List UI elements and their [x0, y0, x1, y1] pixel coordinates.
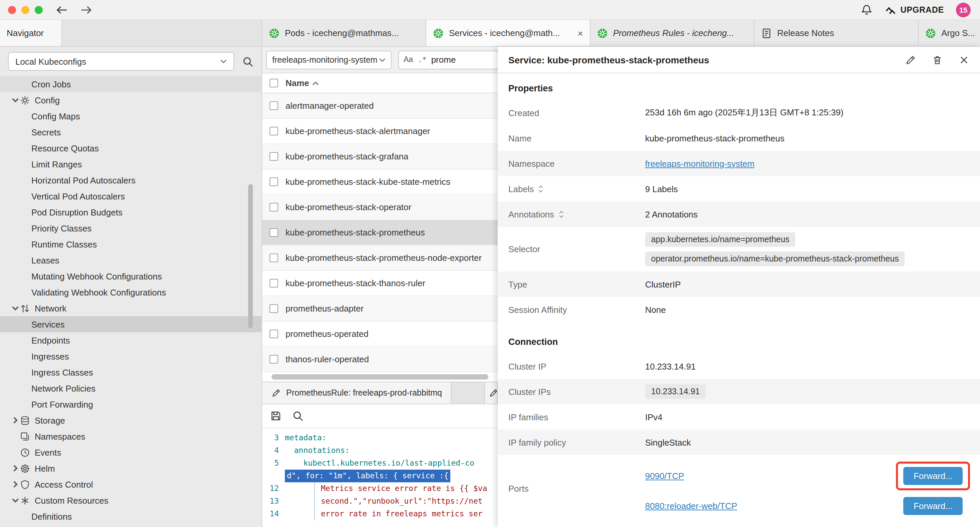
row-checkbox[interactable]	[269, 228, 278, 237]
service-row-thanos-ruler-operated[interactable]: thanos-ruler-operated	[262, 347, 498, 372]
sidebar-item-leases[interactable]: Leases	[0, 252, 261, 268]
row-checkbox[interactable]	[269, 253, 278, 262]
save-icon[interactable]	[270, 410, 282, 422]
sort-updown-icon[interactable]	[538, 185, 544, 193]
sidebar-item-custom-resources[interactable]: Custom Resources	[0, 492, 261, 508]
sidebar-item-cron-jobs[interactable]: Cron Jobs	[0, 76, 261, 92]
row-checkbox[interactable]	[269, 177, 278, 186]
delete-icon[interactable]	[932, 54, 943, 65]
upgrade-button[interactable]: UPGRADE	[884, 5, 944, 14]
row-checkbox[interactable]	[269, 152, 278, 161]
regex-toggle[interactable]: .*	[418, 56, 426, 64]
chevron-right-icon[interactable]	[11, 465, 20, 471]
chevron-down-icon[interactable]	[11, 497, 20, 504]
sidebar-item-config[interactable]: Config	[0, 92, 261, 108]
detail-label: Cluster IP	[508, 361, 645, 371]
service-row-kube-prometheus-stack-prometheus[interactable]: kube-prometheus-stack-prometheus	[262, 220, 498, 245]
tab-release-notes[interactable]: Release Notes	[754, 20, 919, 46]
edit-icon[interactable]	[905, 54, 916, 65]
tab-pods-icecheng-mathmas[interactable]: Pods - icecheng@mathmas...	[262, 20, 426, 46]
sidebar-item-config-maps[interactable]: Config Maps	[0, 108, 261, 124]
sidebar-item-namespaces[interactable]: Namespaces	[0, 428, 261, 444]
service-row-kube-prometheus-stack-thanos-ruler[interactable]: kube-prometheus-stack-thanos-ruler	[262, 271, 498, 296]
sidebar-item-network[interactable]: Network	[0, 300, 261, 316]
tab-argo-s[interactable]: Argo S...	[919, 20, 980, 46]
select-all-checkbox[interactable]	[269, 79, 278, 88]
editor-tab-partial[interactable]	[484, 382, 498, 404]
name-column-header[interactable]: Name	[286, 78, 319, 88]
row-checkbox[interactable]	[269, 355, 278, 363]
sidebar-item-secrets[interactable]: Secrets	[0, 124, 261, 140]
row-checkbox[interactable]	[269, 304, 278, 313]
sidebar-item-port-forwarding[interactable]: Port Forwarding	[0, 396, 261, 412]
services-search-input[interactable]: Aa .* prome	[398, 50, 498, 69]
namespace-link[interactable]: freeleaps-monitoring-system	[645, 158, 754, 169]
sidebar-item-validating-webhook-configurations[interactable]: Validating Webhook Configurations	[0, 284, 261, 300]
forward-button[interactable]: Forward...	[904, 467, 963, 485]
sidebar-item-horizontal-pod-autoscalers[interactable]: Horizontal Pod Autoscalers	[0, 172, 261, 188]
sidebar-item-access-control[interactable]: Access Control	[0, 476, 261, 492]
service-row-alertmanager-operated[interactable]: alertmanager-operated	[262, 93, 498, 119]
sidebar-item-services[interactable]: Services	[0, 316, 261, 332]
namespace-select[interactable]: freeleaps-monitoring-system	[266, 50, 391, 69]
chevron-down-icon[interactable]	[11, 305, 20, 312]
sort-updown-icon[interactable]	[558, 210, 564, 218]
scrollbar-thumb[interactable]	[272, 374, 488, 380]
service-row-kube-prometheus-stack-kube-state-metrics[interactable]: kube-prometheus-stack-kube-state-metrics	[262, 169, 498, 195]
minimize-window-button[interactable]	[21, 6, 29, 14]
match-case-toggle[interactable]: Aa	[404, 56, 413, 64]
sidebar-item-runtime-classes[interactable]: Runtime Classes	[0, 236, 261, 252]
editor-search-icon[interactable]	[292, 410, 304, 422]
sidebar-item-vertical-pod-autoscalers[interactable]: Vertical Pod Autoscalers	[0, 188, 261, 204]
forward-icon[interactable]	[80, 5, 92, 14]
sidebar-item-helm[interactable]: Helm	[0, 460, 261, 476]
tab-services-icecheng-math[interactable]: Services - icecheng@math...×	[426, 20, 590, 46]
kubeconfig-select[interactable]: Local Kubeconfigs	[8, 52, 234, 71]
sidebar-item-events[interactable]: Events	[0, 444, 261, 460]
close-window-button[interactable]	[8, 6, 16, 14]
close-icon[interactable]	[959, 54, 969, 65]
chevron-right-icon[interactable]	[11, 417, 20, 424]
editor-tab-prometheusrule[interactable]: PrometheusRule: freeleaps-prod-rabbitmq	[262, 382, 452, 404]
services-hscrollbar[interactable]	[262, 372, 498, 382]
sidebar-item-limit-ranges[interactable]: Limit Ranges	[0, 156, 261, 172]
forward-button[interactable]: Forward...	[904, 497, 963, 515]
service-row-kube-prometheus-stack-prometheus-node-exporter[interactable]: kube-prometheus-stack-prometheus-node-ex…	[262, 245, 498, 271]
sidebar-item-storage[interactable]: Storage	[0, 412, 261, 428]
navigator-panel-tab[interactable]: Navigator	[0, 20, 62, 46]
notifications-bell-icon[interactable]	[860, 4, 872, 16]
yaml-editor[interactable]: 3metadata:4 annotations:5 kubectl.kubern…	[262, 428, 498, 527]
tab-prometheus-rules-icecheng[interactable]: Prometheus Rules - icecheng...	[590, 20, 754, 46]
row-checkbox[interactable]	[269, 330, 278, 338]
row-checkbox[interactable]	[269, 203, 278, 212]
service-row-prometheus-operated[interactable]: prometheus-operated	[262, 322, 498, 347]
search-icon[interactable]	[242, 56, 253, 67]
back-icon[interactable]	[56, 5, 68, 14]
chevron-down-icon[interactable]	[11, 97, 20, 103]
row-checkbox[interactable]	[269, 101, 278, 110]
sidebar-item-resource-quotas[interactable]: Resource Quotas	[0, 140, 261, 156]
service-row-prometheus-adapter[interactable]: prometheus-adapter	[262, 296, 498, 322]
row-checkbox[interactable]	[269, 279, 278, 288]
sidebar-item-mutating-webhook-configurations[interactable]: Mutating Webhook Configurations	[0, 268, 261, 284]
tab-close-icon[interactable]: ×	[578, 29, 583, 38]
sidebar-item-network-policies[interactable]: Network Policies	[0, 380, 261, 396]
port-link[interactable]: 9090/TCP	[645, 471, 684, 481]
service-row-kube-prometheus-stack-operator[interactable]: kube-prometheus-stack-operator	[262, 195, 498, 220]
sidebar-item-endpoints[interactable]: Endpoints	[0, 332, 261, 348]
sidebar-item-priority-classes[interactable]: Priority Classes	[0, 220, 261, 236]
chevron-right-icon[interactable]	[11, 481, 20, 488]
sidebar-item-pod-disruption-budgets[interactable]: Pod Disruption Budgets	[0, 204, 261, 220]
sidebar-scrollbar[interactable]	[248, 184, 253, 328]
service-row-kube-prometheus-stack-alertmanager[interactable]: kube-prometheus-stack-alertmanager	[262, 119, 498, 144]
service-row-kube-prometheus-stack-grafana[interactable]: kube-prometheus-stack-grafana	[262, 144, 498, 169]
row-checkbox[interactable]	[269, 127, 278, 135]
detail-value: ClusterIP	[645, 279, 969, 289]
sidebar-item-ingress-classes[interactable]: Ingress Classes	[0, 364, 261, 380]
sidebar-item-ingresses[interactable]: Ingresses	[0, 348, 261, 364]
sidebar-item-definitions[interactable]: Definitions	[0, 508, 261, 524]
port-link[interactable]: 8080:reloader-web/TCP	[645, 501, 737, 511]
zoom-window-button[interactable]	[35, 6, 43, 14]
notification-count-badge[interactable]: 15	[956, 2, 970, 17]
detail-row-annotations: Annotations2 Annotations	[498, 201, 980, 227]
